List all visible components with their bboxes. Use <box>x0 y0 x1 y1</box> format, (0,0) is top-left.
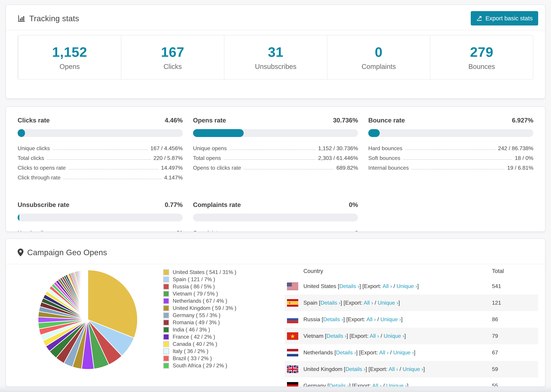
stat-value: 0 <box>375 44 383 60</box>
country-total: 541 <box>492 283 538 289</box>
country-total: 86 <box>492 316 538 322</box>
column-header-total: Total <box>492 268 538 274</box>
clicks-rate-block: Clicks rate 4.46% Unique clicks 167 / 4.… <box>18 117 183 181</box>
rate-detail-row: Clicks to opens rate 14.497% <box>18 161 183 171</box>
export-all-link[interactable]: All › <box>364 300 373 306</box>
details-link[interactable]: Details › <box>345 366 365 372</box>
opens-rate-value: 30.736% <box>333 117 358 124</box>
rate-detail-row: Opens to clicks rate 689.82% <box>193 161 358 171</box>
geo-title: Campaign Geo Opens <box>27 248 107 257</box>
stat-box: 0 Complaints <box>327 35 430 79</box>
geo-pie-wrap <box>18 264 163 387</box>
export-all-link[interactable]: All › <box>379 350 389 356</box>
details-link[interactable]: Details › <box>326 333 346 339</box>
legend-swatch <box>163 298 169 304</box>
clicks-rate-progressbar <box>18 129 183 137</box>
country-flag-icon <box>287 283 298 290</box>
legend-label: France ( 42 / 2% ) <box>173 334 215 340</box>
stat-label: Clicks <box>164 63 182 70</box>
details-link[interactable]: Details › <box>339 283 359 289</box>
export-all-link[interactable]: All › <box>389 366 398 372</box>
dotted-leader <box>53 149 148 150</box>
rates-empty-cell <box>368 201 533 232</box>
tracking-stats-page: Tracking stats Export basic stats 1,152 <box>0 0 551 392</box>
bounce-rate-block: Bounce rate 6.927% Hard bounces 242 / 86… <box>368 117 533 181</box>
dotted-leader <box>224 159 315 160</box>
rate-detail-row: Click through rate 4.147% <box>18 171 183 181</box>
legend-label: Netherlands ( 67 / 4% ) <box>173 298 227 304</box>
complaints-rate-title: Complaints rate <box>193 201 241 209</box>
column-header-country: Country <box>304 268 492 274</box>
rate-detail-row: Total opens 2,303 / 61.446% <box>193 152 358 161</box>
country-row: Spain [Details ›] [Export: All › / Uniqu… <box>285 294 538 311</box>
clicks-rate-value: 4.46% <box>165 117 183 124</box>
clicks-rate-progress-fill <box>18 129 25 137</box>
export-unique-link[interactable]: Unique › <box>384 333 404 339</box>
country-row: United Kingdom [Details ›] [Export: All … <box>285 361 538 378</box>
bounce-rate-title: Bounce rate <box>368 117 405 124</box>
rates-card: Clicks rate 4.46% Unique clicks 167 / 4.… <box>6 106 545 232</box>
legend-label: India ( 46 / 3% ) <box>173 327 210 333</box>
legend-item: India ( 46 / 3% ) <box>163 326 283 333</box>
legend-item: Russia ( 86 / 5% ) <box>163 283 283 290</box>
country-cell: United States [Details ›] [Export: All ›… <box>304 283 492 289</box>
dotted-leader <box>405 149 495 150</box>
country-flag-icon <box>287 332 298 340</box>
legend-item: Canada ( 40 / 2% ) <box>163 341 283 348</box>
stat-box: 279 Bounces <box>430 35 533 79</box>
unsubscribe-rate-title: Unsubscribe rate <box>18 201 69 209</box>
stat-label: Complaints <box>361 63 396 70</box>
export-unique-link[interactable]: Unique › <box>380 316 401 322</box>
country-row: Vietnam [Details ›] [Export: All › / Uni… <box>285 328 538 344</box>
stat-box: 1,152 Opens <box>18 35 121 79</box>
legend-item: Italy ( 36 / 2% ) <box>163 348 283 355</box>
stat-value: 167 <box>161 44 184 60</box>
page-title: Tracking stats <box>29 14 79 23</box>
stat-value: 31 <box>268 44 283 60</box>
header-divider <box>6 30 545 30</box>
legend-item: Vietnam ( 79 / 5% ) <box>163 290 283 297</box>
export-unique-link[interactable]: Unique › <box>396 283 417 289</box>
rate-detail-row: Unsubscribes 31 <box>18 226 183 232</box>
export-all-link[interactable]: All › <box>366 316 376 322</box>
legend-swatch <box>163 312 169 318</box>
rates-row-1: Clicks rate 4.46% Unique clicks 167 / 4.… <box>6 107 545 181</box>
legend-swatch <box>163 334 169 340</box>
export-unique-link[interactable]: Unique › <box>393 350 414 356</box>
legend-swatch <box>163 348 169 354</box>
geo-body: United States ( 541 / 31% ) Spain ( 121 … <box>6 264 545 387</box>
rate-detail-row: Soft bounces 18 / 0% <box>368 152 533 161</box>
details-link[interactable]: Details › <box>336 350 356 356</box>
geo-pie-chart <box>35 267 141 373</box>
dotted-leader <box>68 169 158 169</box>
dotted-leader <box>411 169 504 169</box>
complaints-rate-value: 0% <box>349 201 358 209</box>
export-unique-link[interactable]: Unique › <box>378 300 398 306</box>
details-link[interactable]: Details › <box>323 316 343 322</box>
export-all-link[interactable]: All › <box>382 283 392 289</box>
opens-rate-progress-fill <box>193 129 244 137</box>
summary-stats-strip: 1,152 Opens 167 Clicks 31 Unsubscribes 0… <box>18 35 533 79</box>
tracking-stats-header: Tracking stats Export basic stats <box>6 5 545 23</box>
geo-header: Campaign Geo Opens <box>6 239 545 257</box>
export-button-label: Export basic stats <box>486 15 533 22</box>
bounce-rate-progressbar <box>368 129 533 137</box>
map-marker-icon <box>18 249 23 256</box>
legend-label: United States ( 541 / 31% ) <box>173 269 236 275</box>
campaign-geo-opens-card: Campaign Geo Opens United States ( 541 /… <box>6 238 545 387</box>
stat-value: 1,152 <box>52 44 87 60</box>
legend-item: Spain ( 121 / 7% ) <box>163 276 283 283</box>
rates-row-2: Unsubscribe rate 0.77% Unsubscribes 31 <box>6 191 545 232</box>
legend-item: United States ( 541 / 31% ) <box>163 269 283 276</box>
export-unique-link[interactable]: Unique › <box>403 366 423 372</box>
legend-swatch <box>163 291 169 297</box>
export-all-link[interactable]: All › <box>370 333 379 339</box>
details-link[interactable]: Details › <box>320 300 340 306</box>
dotted-leader <box>47 159 151 160</box>
legend-label: Italy ( 36 / 2% ) <box>173 348 208 354</box>
export-basic-stats-button[interactable]: Export basic stats <box>471 11 538 26</box>
legend-label: South Africa ( 29 / 2% ) <box>173 363 227 369</box>
stat-label: Bounces <box>468 63 495 70</box>
unsubscribe-rate-value: 0.77% <box>165 201 183 209</box>
stat-box: 31 Unsubscribes <box>224 35 327 79</box>
